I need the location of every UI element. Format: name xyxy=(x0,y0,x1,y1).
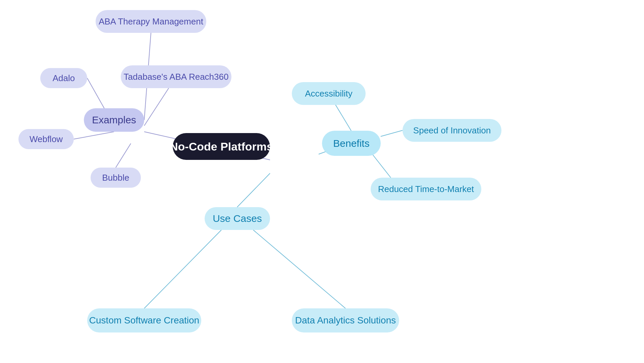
svg-line-5 xyxy=(116,143,131,168)
svg-line-4 xyxy=(74,132,114,139)
svg-line-8 xyxy=(381,130,402,136)
benefits-node: Benefits xyxy=(322,131,381,156)
reduced-time-node: Reduced Time-to-Market xyxy=(371,178,481,200)
custom-software-node: Custom Software Creation xyxy=(87,308,201,332)
bubble-node: Bubble xyxy=(91,168,141,188)
adalo-node: Adalo xyxy=(40,68,87,88)
svg-line-10 xyxy=(237,173,270,207)
svg-line-9 xyxy=(372,154,391,178)
speed-of-innovation-node: Speed of Innovation xyxy=(402,119,501,142)
accessibility-node: Accessibility xyxy=(292,82,366,105)
examples-node: Examples xyxy=(84,108,144,132)
use-cases-node: Use Cases xyxy=(205,207,270,230)
webflow-node: Webflow xyxy=(18,129,74,149)
tadabase-node: Tadabase's ABA Reach360 xyxy=(121,65,231,88)
svg-line-11 xyxy=(144,230,221,308)
data-analytics-node: Data Analytics Solutions xyxy=(292,308,399,332)
aba-therapy-node: ABA Therapy Management xyxy=(96,10,206,33)
center-node: No-Code Platforms xyxy=(173,133,270,160)
svg-line-12 xyxy=(253,230,345,308)
